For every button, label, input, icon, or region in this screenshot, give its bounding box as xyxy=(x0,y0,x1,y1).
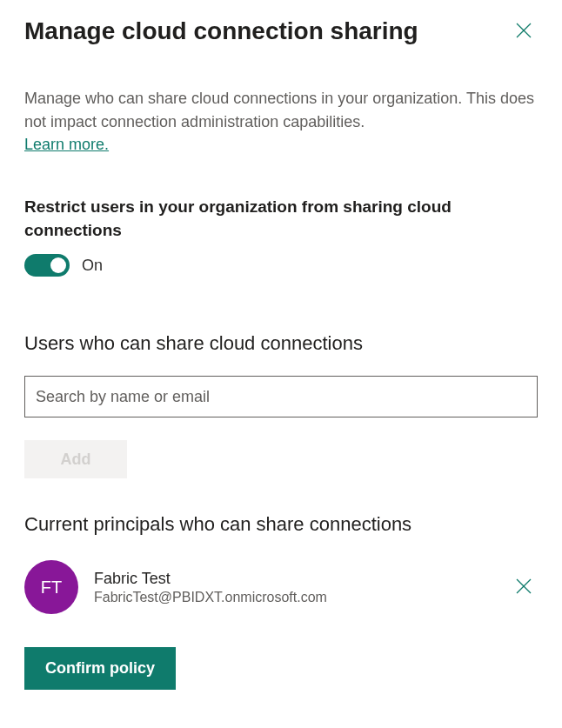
restrict-toggle[interactable] xyxy=(24,254,70,277)
dialog-description: Manage who can share cloud connections i… xyxy=(24,87,538,134)
users-section-heading: Users who can share cloud connections xyxy=(24,332,538,355)
add-button[interactable]: Add xyxy=(24,440,127,478)
restrict-toggle-row: On xyxy=(24,254,538,277)
dialog-header: Manage cloud connection sharing xyxy=(24,17,538,45)
avatar: FT xyxy=(24,560,78,614)
close-icon xyxy=(516,578,532,597)
search-input[interactable] xyxy=(24,376,538,417)
restrict-toggle-label: Restrict users in your organization from… xyxy=(24,196,538,242)
close-button[interactable] xyxy=(510,17,538,45)
principal-name: Fabric Test xyxy=(94,570,494,588)
dialog-title: Manage cloud connection sharing xyxy=(24,17,418,45)
principal-info: Fabric Test FabricTest@PBIDXT.onmicrosof… xyxy=(94,570,494,605)
restrict-toggle-state: On xyxy=(82,257,103,275)
learn-more-link[interactable]: Learn more. xyxy=(24,136,109,154)
close-icon xyxy=(516,23,532,41)
principal-email: FabricTest@PBIDXT.onmicrosoft.com xyxy=(94,590,494,605)
remove-principal-button[interactable] xyxy=(510,573,538,601)
confirm-policy-button[interactable]: Confirm policy xyxy=(24,647,176,690)
principals-section-heading: Current principals who can share connect… xyxy=(24,513,538,536)
principal-row: FT Fabric Test FabricTest@PBIDXT.onmicro… xyxy=(24,560,538,614)
